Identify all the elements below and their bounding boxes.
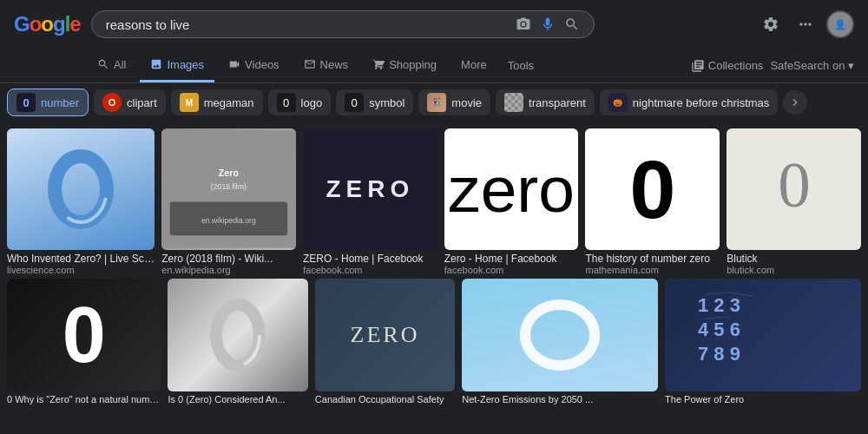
image-card-9[interactable]: ZERO Canadian Occupational Safety [315,279,455,404]
image-col-7: 0 0 Why is "Zero" not a natural number? [7,279,161,404]
search-input[interactable] [106,17,509,32]
chip-nightmare-label: nightmare before christmas [633,96,770,109]
image-card-5[interactable]: 0 The history of number zero mathemania.… [585,128,720,275]
svg-text:4 5 6: 4 5 6 [698,319,740,340]
chip-megaman[interactable]: M megaman [171,89,263,115]
nav-more-label: More [461,58,487,71]
image-card-6[interactable]: 0 Blutick blutick.com [727,128,861,275]
image-card-10[interactable]: Net-Zero Emissions by 2050 ... [462,279,658,404]
card1-source: livescience.com [7,265,155,275]
card11-title: The Power of Zero [665,394,861,404]
chip-clipart[interactable]: O clipart [94,89,166,115]
chip-number-label: number [41,96,79,109]
image-card-4[interactable]: zero Zero - Home | Facebook facebook.com [444,128,579,275]
card1-title: Who Invented Zero? | Live Science [7,253,155,265]
image-col-6: 0 Blutick blutick.com [727,128,861,275]
image-card-8[interactable]: Is 0 (Zero) Considered An... [168,279,307,404]
card2-source: en.wikipedia.org [161,265,296,275]
image-col-2: Zero (2018 film) en.wikipedia.org Zero (… [161,128,296,275]
image-results-row2: 0 0 Why is "Zero" not a natural number? … [0,279,868,411]
card6-source: blutick.com [727,265,861,275]
card4-title: Zero - Home | Facebook [444,253,579,265]
nav-videos-label: Videos [245,58,279,71]
header: Google 👤 [0,0,868,49]
card4-source: facebook.com [444,265,579,275]
svg-text:Zero: Zero [219,168,240,178]
nav-right: Collections SafeSearch on ▾ [691,59,854,73]
nav-bar: All Images Videos News Shopping More Too… [0,49,868,83]
tools-label: Tools [508,59,534,72]
svg-text:0: 0 [778,148,811,220]
chip-symbol-label: symbol [369,96,404,109]
card10-title: Net-Zero Emissions by 2050 ... [462,394,658,404]
card5-title: The history of number zero [585,253,720,265]
svg-text:👤: 👤 [834,18,846,30]
card5-source: mathemania.com [585,265,720,275]
tools-button[interactable]: Tools [501,59,541,72]
image-col-10: Net-Zero Emissions by 2050 ... [462,279,658,404]
image-col-3: ZERO ZERO - Home | Facebook facebook.com [303,128,437,275]
svg-text:1 2 3: 1 2 3 [698,294,740,316]
filter-bar: 0 number O clipart M megaman 0 logo 0 sy… [0,83,868,122]
image-col-5: 0 The history of number zero mathemania.… [585,128,720,275]
collections-button[interactable]: Collections [691,59,764,73]
apps-icon[interactable] [792,10,819,38]
svg-text:(2018 film): (2018 film) [211,182,247,191]
microphone-icon[interactable] [540,16,556,32]
chip-megaman-label: megaman [204,96,254,109]
nav-videos[interactable]: Videos [218,49,290,82]
avatar[interactable]: 👤 [826,10,854,38]
image-card-3[interactable]: ZERO ZERO - Home | Facebook facebook.com [303,128,437,275]
search-bar [91,10,595,38]
chip-transparent-label: transparent [529,96,586,109]
chip-number[interactable]: 0 number [7,89,89,116]
safesearch-label[interactable]: SafeSearch on ▾ [770,59,854,72]
card8-title: Is 0 (Zero) Considered An... [168,394,307,404]
chip-logo-label: logo [301,96,323,109]
image-col-8: Is 0 (Zero) Considered An... [168,279,307,404]
settings-icon[interactable] [757,10,785,38]
image-card-1[interactable]: Who Invented Zero? | Live Science livesc… [7,128,155,275]
chip-clipart-label: clipart [127,96,157,109]
nav-shopping[interactable]: Shopping [362,49,447,82]
nav-news[interactable]: News [293,49,359,82]
card3-title: ZERO - Home | Facebook [303,253,437,265]
image-results-row1: Who Invented Zero? | Live Science livesc… [0,122,868,279]
card2-title: Zero (2018 film) - Wiki... [161,253,296,265]
search-icons [516,16,580,32]
header-right: 👤 [757,10,854,38]
nav-news-label: News [320,58,349,71]
image-col-4: zero Zero - Home | Facebook facebook.com [444,128,579,275]
camera-icon[interactable] [516,16,531,32]
svg-point-15 [525,305,595,365]
image-card-11[interactable]: 1 2 3 4 5 6 7 8 9 The Power of Zero [665,279,861,404]
svg-text:M: M [186,98,193,108]
image-card-2[interactable]: Zero (2018 film) en.wikipedia.org Zero (… [161,128,296,275]
card9-title: Canadian Occupational Safety [315,394,455,404]
chip-symbol[interactable]: 0 symbol [336,89,413,115]
chip-transparent[interactable]: transparent [496,89,595,115]
nav-all-label: All [114,58,126,71]
search-submit-icon[interactable] [564,16,580,32]
chip-nightmare[interactable]: 🎃 nightmare before christmas [600,89,779,115]
chip-movie-label: movie [451,96,482,109]
nav-all[interactable]: All [87,49,136,82]
chip-movie[interactable]: 👫 movie [418,89,490,115]
image-col-11: 1 2 3 4 5 6 7 8 9 The Power of Zero [665,279,861,404]
nav-images[interactable]: Images [140,49,214,82]
nav-shopping-label: Shopping [389,58,437,71]
google-logo[interactable]: Google [14,12,81,36]
image-col-1: Who Invented Zero? | Live Science livesc… [7,128,155,275]
image-card-7[interactable]: 0 0 Why is "Zero" not a natural number? [7,279,161,404]
image-col-9: ZERO Canadian Occupational Safety [315,279,455,404]
nav-images-label: Images [167,58,204,71]
collections-label: Collections [708,59,764,72]
card6-title: Blutick [727,253,861,265]
svg-text:7 8 9: 7 8 9 [698,343,740,365]
nav-more[interactable]: More [450,49,497,82]
chips-next-button[interactable] [783,90,807,115]
card3-source: facebook.com [303,265,437,275]
svg-text:en.wikipedia.org: en.wikipedia.org [201,216,256,225]
chip-logo[interactable]: 0 logo [268,89,332,115]
card7-title: 0 Why is "Zero" not a natural number? [7,394,161,404]
